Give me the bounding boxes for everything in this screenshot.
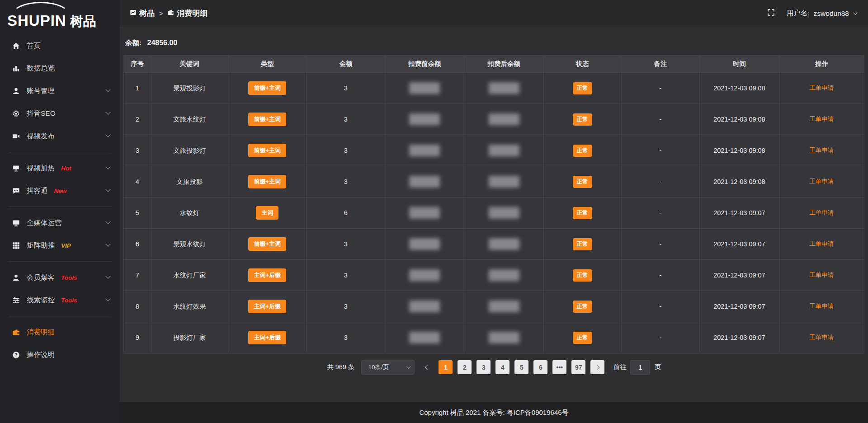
page-ellipsis-button[interactable]: •••: [552, 360, 566, 374]
page-button-2[interactable]: 2: [458, 360, 472, 374]
masked-balance-after: [489, 301, 519, 312]
sidebar-item-data-overview[interactable]: 数据总览: [0, 57, 120, 80]
cell-time: 2021-12-03 09:07: [700, 291, 779, 322]
sidebar-item-video-publish[interactable]: 视频发布: [0, 125, 120, 147]
work-order-link[interactable]: 工单申请: [809, 240, 834, 247]
breadcrumb-label: 树品: [139, 8, 155, 19]
username-label: 用户名:: [787, 9, 810, 18]
user-menu[interactable]: 用户名: zswodun88: [787, 9, 856, 18]
status-badge: 正常: [573, 332, 592, 344]
chevron-down-icon: [105, 187, 110, 192]
breadcrumb-label: 消费明细: [177, 8, 208, 19]
monitor-icon: [12, 219, 20, 227]
consume-icon: [167, 9, 174, 18]
sidebar-item-video-heat[interactable]: 视频加热 Hot: [0, 157, 120, 179]
goto-unit-label: 页: [654, 363, 661, 371]
sidebar-item-label: 会员爆客: [27, 273, 55, 282]
cell-action: 工单申请: [779, 260, 864, 291]
work-order-link[interactable]: 工单申请: [809, 178, 834, 185]
cell-index: 2: [124, 104, 151, 135]
cell-balance-after: [464, 229, 543, 260]
breadcrumb-item-home[interactable]: 树品: [130, 8, 155, 19]
work-order-link[interactable]: 工单申请: [809, 272, 834, 278]
masked-balance-before: [409, 176, 440, 188]
work-order-link[interactable]: 工单申请: [809, 334, 834, 341]
work-order-link[interactable]: 工单申请: [809, 147, 834, 154]
sidebar-item-badge: Hot: [61, 165, 71, 172]
cell-action: 工单申请: [779, 197, 864, 229]
cell-index: 9: [124, 322, 151, 353]
masked-balance-before: [409, 269, 440, 281]
sliders-icon: [12, 296, 20, 304]
page-button-5[interactable]: 5: [514, 360, 528, 374]
chevron-down-icon: [105, 87, 110, 92]
cell-amount: 3: [307, 104, 385, 135]
sidebar-item-media-operation[interactable]: 全媒体运营: [0, 212, 120, 234]
sidebar-item-label: 视频发布: [27, 132, 55, 141]
column-header: 关键词: [151, 56, 228, 73]
work-order-link[interactable]: 工单申请: [809, 209, 834, 216]
cell-status: 正常: [543, 197, 621, 229]
masked-balance-before: [409, 238, 440, 250]
sidebar-item-operation-guide[interactable]: ? 操作说明: [0, 343, 120, 366]
cell-type: 主词+后缀: [228, 291, 307, 322]
work-order-link[interactable]: 工单申请: [809, 303, 834, 310]
sidebar-item-home[interactable]: 首页: [0, 34, 120, 57]
breadcrumb-item-current[interactable]: 消费明细: [167, 8, 208, 19]
cell-keyword: 投影灯厂家: [151, 322, 228, 353]
breadcrumb: 树品 > 消费明细: [130, 8, 208, 19]
sidebar-item-account-management[interactable]: 账号管理: [0, 80, 120, 102]
pagination: 共 969 条 10条/页 123456•••97 前往 页: [123, 360, 864, 375]
sidebar-item-matrix-boost[interactable]: 矩阵助推 VIP: [0, 234, 120, 257]
cell-keyword: 文旅投影: [151, 166, 228, 197]
cell-balance-after: [464, 135, 543, 166]
next-page-button[interactable]: [590, 360, 604, 374]
chevron-right-icon: [594, 365, 599, 370]
masked-balance-after: [489, 332, 519, 343]
cell-status: 正常: [543, 229, 621, 260]
sidebar-item-label: 抖客通: [27, 186, 48, 196]
work-order-link[interactable]: 工单申请: [809, 116, 834, 122]
cell-balance-after: [464, 73, 543, 104]
username-value: zswodun88: [814, 9, 849, 18]
chevron-down-icon: [105, 164, 110, 169]
cell-remark: -: [621, 166, 700, 197]
sidebar-item-douyin-seo[interactable]: 抖音SEO: [0, 102, 120, 125]
page-button-6[interactable]: 6: [533, 360, 547, 374]
sidebar-divider: [8, 207, 112, 207]
page-size-select[interactable]: 10条/页: [361, 360, 415, 375]
page-button-1[interactable]: 1: [439, 360, 453, 374]
cell-status: 正常: [543, 291, 621, 322]
fullscreen-button[interactable]: [767, 9, 775, 18]
cell-balance-before: [385, 135, 464, 166]
masked-balance-before: [409, 332, 440, 343]
sidebar-item-label: 矩阵助推: [27, 241, 55, 250]
work-order-link[interactable]: 工单申请: [809, 85, 834, 91]
table-row: 2 文旅水纹灯 前缀+主词 3 正常 - 2021-12-03 09:08 工单…: [124, 104, 864, 135]
page-button-97[interactable]: 97: [571, 360, 585, 374]
table-row: 5 水纹灯 主词 6 正常 - 2021-12-03 09:07 工单申请: [124, 197, 864, 229]
cell-type: 前缀+主词: [228, 104, 307, 135]
cell-time: 2021-12-03 09:07: [700, 322, 779, 353]
table-row: 8 水纹灯效果 主词+后缀 3 正常 - 2021-12-03 09:07 工单…: [124, 291, 864, 322]
cell-keyword: 景观水纹灯: [151, 229, 228, 260]
goto-page-input[interactable]: [630, 360, 650, 375]
type-badge: 主词+后缀: [248, 300, 286, 313]
sidebar-item-member-burst[interactable]: 会员爆客 Tools: [0, 266, 120, 289]
cell-balance-before: [385, 73, 464, 104]
sidebar-item-consume-detail[interactable]: 消费明细: [0, 321, 120, 343]
cell-index: 8: [124, 291, 151, 322]
sidebar-item-label: 抖音SEO: [27, 109, 56, 118]
app-logo: SHUPIN 树品: [0, 0, 120, 28]
cell-type: 前缀+主词: [228, 166, 307, 197]
home-icon: [12, 42, 20, 50]
page-button-3[interactable]: 3: [476, 360, 491, 374]
sidebar-item-clue-monitor[interactable]: 线索监控 Tools: [0, 289, 120, 311]
page-button-4[interactable]: 4: [495, 360, 509, 374]
cell-remark: -: [621, 73, 700, 104]
cell-keyword: 水纹灯效果: [151, 291, 228, 322]
column-header: 序号: [124, 56, 151, 73]
prev-page-button[interactable]: [420, 360, 434, 374]
cell-action: 工单申请: [779, 229, 864, 260]
sidebar-item-douketong[interactable]: 抖客通 New: [0, 179, 120, 202]
